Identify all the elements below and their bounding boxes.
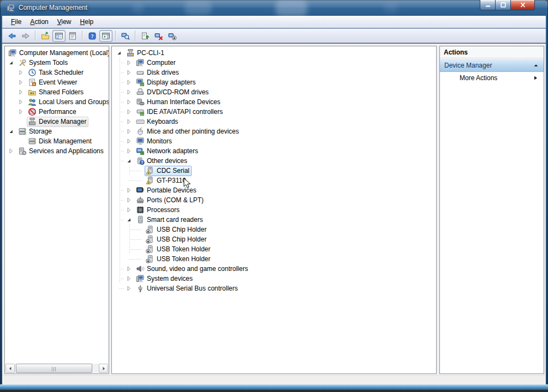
tree-item-content[interactable]: Shared Folders — [27, 87, 86, 98]
back-icon[interactable] — [5, 30, 19, 42]
tree-item-content[interactable]: Local Users and Groups — [27, 97, 109, 107]
tree-item-smart-card-readers[interactable]: Smart card readers — [112, 215, 436, 225]
expander-expanded-icon[interactable] — [7, 127, 17, 136]
scroll-left-button[interactable] — [5, 364, 15, 373]
tree-item-pc-cli-1[interactable]: PC-CLI-1 — [112, 48, 436, 58]
tree-item-content[interactable]: Performance — [27, 107, 79, 117]
tree-item-content[interactable]: Human Interface Devices — [135, 97, 223, 107]
tree-item-content[interactable]: Storage — [17, 126, 54, 137]
tree-item-task-scheduler[interactable]: Task Scheduler — [5, 68, 109, 77]
tree-item-ide-ata-atapi-controllers[interactable]: IDE ATA/ATAPI controllers — [112, 107, 436, 117]
tree-item-content[interactable]: CDC Serial — [145, 166, 192, 176]
tree-item-shared-folders[interactable]: Shared Folders — [5, 87, 109, 97]
expander-collapsed-icon[interactable] — [125, 186, 135, 195]
expander-collapsed-icon[interactable] — [125, 264, 135, 273]
tree-item-mice-and-other-pointing-devices[interactable]: Mice and other pointing devices — [112, 126, 436, 136]
tree-item-display-adapters[interactable]: Display adapters — [112, 77, 436, 87]
expander-collapsed-icon[interactable] — [125, 98, 135, 106]
expander-collapsed-icon[interactable] — [17, 98, 27, 106]
tree-item-performance[interactable]: Performance — [5, 107, 109, 117]
tree-item-content[interactable]: ?Other devices — [135, 156, 189, 166]
tree-item-content[interactable]: USB Token Holder — [145, 244, 213, 255]
tree-item-processors[interactable]: Processors — [112, 205, 436, 215]
tree-item-universal-serial-bus-controllers[interactable]: Universal Serial Bus controllers — [112, 284, 436, 293]
tree-item-content[interactable]: System devices — [135, 274, 195, 284]
menu-view[interactable]: View — [53, 16, 76, 27]
show-console-tree-icon[interactable] — [52, 30, 65, 42]
scrollbar-track[interactable] — [15, 364, 99, 373]
tree-item-human-interface-devices[interactable]: Human Interface Devices — [112, 97, 436, 107]
expander-collapsed-icon[interactable] — [125, 196, 135, 204]
expander-expanded-icon[interactable] — [115, 49, 125, 57]
tree-item-content[interactable]: Monitors — [135, 136, 174, 147]
expander-collapsed-icon[interactable] — [125, 284, 135, 293]
tree-item-content[interactable]: Event Viewer — [27, 77, 79, 88]
expander-collapsed-icon[interactable] — [125, 274, 135, 283]
tree-item-content[interactable]: Smart card readers — [135, 215, 205, 225]
tree-item-content[interactable]: PC-CLI-1 — [125, 48, 166, 58]
tree-item-content[interactable]: Network adapters — [135, 146, 200, 156]
tree-item-portable-devices[interactable]: Portable Devices — [112, 185, 436, 195]
tree-item-content[interactable]: Computer Management (Local) — [7, 48, 109, 58]
update-driver-icon[interactable] — [139, 30, 152, 42]
forward-icon[interactable] — [19, 30, 32, 42]
expander-expanded-icon[interactable] — [7, 58, 17, 67]
expander-collapsed-icon[interactable] — [17, 68, 27, 77]
tree-item-disk-drives[interactable]: Disk drives — [112, 68, 436, 77]
tree-item-event-viewer[interactable]: Event Viewer — [5, 77, 109, 87]
tree-item-device-manager[interactable]: Device Manager — [5, 117, 109, 126]
tree-item-cdc-serial[interactable]: CDC Serial — [112, 166, 436, 176]
tree-item-monitors[interactable]: Monitors — [112, 136, 436, 146]
tree-item-content[interactable]: Disk Management — [27, 136, 94, 147]
expander-collapsed-icon[interactable] — [125, 58, 135, 67]
show-action-pane-icon[interactable] — [99, 30, 112, 42]
expander-collapsed-icon[interactable] — [17, 107, 27, 116]
tree-item-storage[interactable]: Storage — [5, 126, 109, 136]
tree-item-usb-token-holder[interactable]: USB Token Holder — [112, 244, 436, 254]
tree-item-content[interactable]: Processors — [135, 205, 182, 215]
scrollbar-thumb[interactable] — [16, 364, 92, 373]
tree-item-content[interactable]: System Tools — [17, 58, 70, 68]
expander-collapsed-icon[interactable] — [125, 206, 135, 214]
expander-collapsed-icon[interactable] — [125, 137, 135, 146]
tree-item-content[interactable]: Portable Devices — [135, 185, 199, 196]
tree-item-content[interactable]: Disk drives — [135, 68, 181, 78]
tree-item-content[interactable]: Services and Applications — [17, 146, 106, 156]
tree-item-gt-p3110[interactable]: GT-P3110 — [112, 176, 436, 185]
tree-item-network-adapters[interactable]: Network adapters — [112, 146, 436, 156]
menu-help[interactable]: Help — [76, 16, 98, 27]
up-one-level-icon[interactable] — [39, 30, 52, 42]
tree-item-services-and-applications[interactable]: Services and Applications — [5, 146, 109, 156]
tree-item-content[interactable]: Sound, video and game controllers — [135, 264, 250, 274]
tree-item-disk-management[interactable]: Disk Management — [5, 136, 109, 146]
maximize-button[interactable] — [496, 0, 510, 10]
tree-item-content[interactable]: USB Token Holder — [145, 254, 213, 264]
tree-item-keyboards[interactable]: Keyboards — [112, 117, 436, 126]
expander-collapsed-icon[interactable] — [125, 117, 135, 126]
tree-item-computer[interactable]: Computer — [112, 58, 436, 68]
uninstall-device-icon[interactable] — [152, 30, 165, 42]
tree-item-content[interactable]: Ports (COM & LPT) — [135, 195, 206, 206]
tree-item-content[interactable]: USB Chip Holder — [145, 225, 209, 235]
horizontal-scrollbar[interactable] — [5, 364, 108, 373]
expander-expanded-icon[interactable] — [125, 156, 135, 165]
tree-item-system-devices[interactable]: System devices — [112, 274, 436, 284]
tree-item-computer-management-local[interactable]: Computer Management (Local) — [5, 48, 109, 58]
menu-file[interactable]: File — [7, 16, 26, 27]
expander-collapsed-icon[interactable] — [125, 88, 135, 97]
tree-item-content[interactable]: Computer — [135, 58, 178, 68]
help-icon[interactable]: ? — [86, 30, 99, 42]
disable-device-icon[interactable] — [166, 30, 179, 42]
actions-group-device-manager[interactable]: Device Manager — [440, 58, 544, 72]
expander-collapsed-icon[interactable] — [125, 107, 135, 116]
tree-item-usb-chip-holder[interactable]: USB Chip Holder — [112, 234, 436, 244]
expander-collapsed-icon[interactable] — [125, 68, 135, 77]
expander-collapsed-icon[interactable] — [7, 147, 17, 155]
expander-collapsed-icon[interactable] — [125, 78, 135, 87]
expander-collapsed-icon[interactable] — [17, 78, 27, 87]
tree-item-content[interactable]: USB Chip Holder — [145, 234, 209, 245]
tree-item-content[interactable]: Universal Serial Bus controllers — [135, 284, 240, 294]
tree-item-content[interactable]: Device Manager — [27, 117, 88, 127]
scroll-right-button[interactable] — [99, 364, 108, 373]
tree-item-sound-video-and-game-controllers[interactable]: Sound, video and game controllers — [112, 264, 436, 274]
